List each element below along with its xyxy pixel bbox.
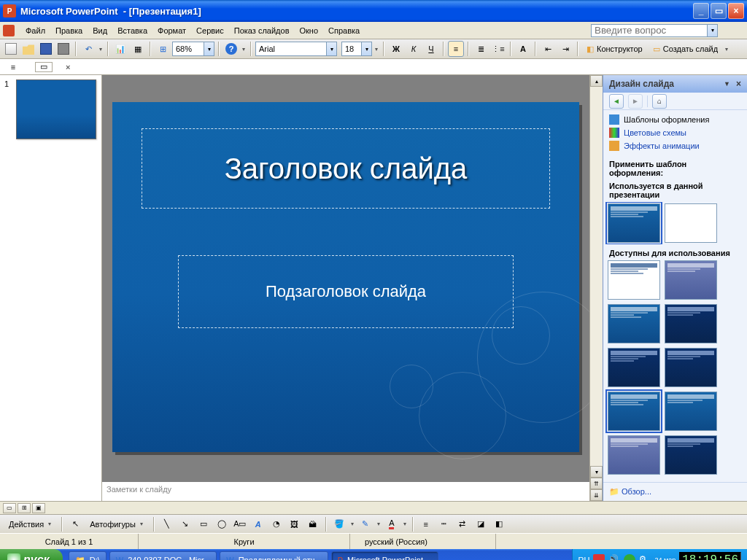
font-size-combo[interactable]: ▾ xyxy=(341,42,372,56)
arrow-style-button[interactable]: ⇄ xyxy=(454,516,471,532)
font-size-input[interactable] xyxy=(342,44,361,53)
prev-slide-button[interactable]: ⇈ xyxy=(590,478,603,489)
taskbar-item-3[interactable]: WПреддипломный отч... xyxy=(220,551,328,560)
zoom-input[interactable] xyxy=(173,44,204,53)
subtitle-placeholder[interactable]: Подзаголовок слайда xyxy=(178,255,514,328)
dash-style-button[interactable]: ┉ xyxy=(436,516,452,532)
template-10[interactable] xyxy=(665,435,717,475)
menu-view[interactable]: Вид xyxy=(88,24,112,37)
fill-color-dropdown[interactable]: ▾ xyxy=(349,521,355,527)
sorter-view-button[interactable]: ⊞ xyxy=(18,503,31,513)
decrease-indent-button[interactable]: ⇤ xyxy=(540,41,556,57)
wordart-button[interactable]: A xyxy=(250,516,266,532)
line-color-button[interactable]: ✎ xyxy=(357,516,374,532)
increase-font-button[interactable]: A xyxy=(515,41,531,57)
animation-schemes-link[interactable]: Эффекты анимации xyxy=(609,141,741,151)
bullet-list-button[interactable]: ⋮≡ xyxy=(490,41,506,57)
font-color-dropdown[interactable]: ▾ xyxy=(402,521,408,527)
window-maximize-button[interactable]: ▭ xyxy=(711,3,727,19)
picture-button[interactable]: 🏔 xyxy=(305,516,321,532)
menu-window[interactable]: Окно xyxy=(295,24,324,37)
print-button[interactable] xyxy=(55,41,71,57)
template-2[interactable] xyxy=(665,260,717,300)
template-4[interactable] xyxy=(665,304,717,343)
diagram-button[interactable]: ◔ xyxy=(268,516,285,532)
undo-button[interactable]: ↶ xyxy=(80,41,96,57)
font-size-dropdown[interactable]: ▾ xyxy=(361,42,371,55)
italic-button[interactable]: К xyxy=(406,41,422,57)
normal-view-button[interactable]: ▭ xyxy=(3,503,16,513)
table-button[interactable]: ▦ xyxy=(130,41,146,57)
menu-help[interactable]: Справка xyxy=(323,24,365,37)
start-button[interactable]: пуск xyxy=(0,549,63,560)
arrow-button[interactable]: ↘ xyxy=(177,516,193,532)
tray-icon-3[interactable] xyxy=(624,554,635,560)
menu-insert[interactable]: Вставка xyxy=(112,24,152,37)
design-templates-link[interactable]: Шаблоны оформления xyxy=(609,114,741,125)
3d-button[interactable]: ◧ xyxy=(491,516,507,532)
menu-tools[interactable]: Сервис xyxy=(191,24,229,37)
line-style-button[interactable]: ≡ xyxy=(418,516,434,532)
slides-tab[interactable]: ▭ xyxy=(35,62,53,72)
font-dropdown[interactable]: ▾ xyxy=(326,42,336,55)
zoom-dropdown[interactable]: ▾ xyxy=(204,42,214,55)
help-button[interactable]: ? xyxy=(223,41,239,57)
tray-language[interactable]: RU xyxy=(578,556,590,560)
help-ask-input[interactable] xyxy=(591,24,708,37)
line-color-dropdown[interactable]: ▾ xyxy=(376,521,382,527)
zoom-combo[interactable]: ▾ xyxy=(172,42,214,56)
select-objects-button[interactable]: ↖ xyxy=(67,516,83,532)
template-6[interactable] xyxy=(665,348,717,387)
chart-button[interactable]: 📊 xyxy=(112,41,128,57)
scroll-track[interactable] xyxy=(590,87,603,466)
textbox-button[interactable]: A▭ xyxy=(232,516,248,532)
slide-design-button[interactable]: ◧Конструктор xyxy=(582,41,647,57)
task-pane-close[interactable]: × xyxy=(736,79,741,89)
outline-tab[interactable]: ≡ xyxy=(4,62,22,72)
numbered-list-button[interactable]: ≣ xyxy=(473,41,489,57)
font-color-button[interactable]: A xyxy=(384,516,400,532)
notes-pane[interactable]: Заметки к слайду xyxy=(102,479,589,501)
tray-clock[interactable]: 18:19:56 xyxy=(679,552,741,560)
increase-indent-button[interactable]: ⇥ xyxy=(557,41,573,57)
thumbnail-1[interactable]: 1 xyxy=(4,79,97,139)
taskbar-item-2[interactable]: W240-0307.DOC - Micr... xyxy=(109,551,217,560)
title-placeholder[interactable]: Заголовок слайда xyxy=(142,128,550,209)
tray-icon-4[interactable]: ⚙ xyxy=(639,554,651,560)
template-8[interactable] xyxy=(665,392,717,431)
format-overflow[interactable]: ▾ xyxy=(724,46,729,52)
thumbnail-preview[interactable] xyxy=(16,79,96,139)
draw-actions-menu[interactable]: Действия ▾ xyxy=(4,516,57,532)
tray-icon-1[interactable] xyxy=(593,554,605,560)
font-combo[interactable]: ▾ xyxy=(255,42,337,56)
fill-color-button[interactable]: 🪣 xyxy=(331,516,347,532)
font-input[interactable] xyxy=(256,44,326,53)
slide-canvas[interactable]: Заголовок слайда Подзаголовок слайда xyxy=(102,75,589,479)
shadow-button[interactable]: ◪ xyxy=(473,516,489,532)
vertical-scrollbar[interactable]: ▴ ▾ ⇈ ⇊ xyxy=(589,75,603,501)
new-slide-button[interactable]: ▭Создать слайд xyxy=(649,41,722,57)
undo-dropdown[interactable]: ▾ xyxy=(98,46,104,52)
new-button[interactable] xyxy=(3,41,19,57)
save-button[interactable] xyxy=(38,41,54,57)
task-pane-menu[interactable]: ▼ xyxy=(724,80,730,88)
task-pane-home[interactable]: ⌂ xyxy=(652,94,667,109)
menu-slideshow[interactable]: Показ слайдов xyxy=(229,24,295,37)
window-minimize-button[interactable]: _ xyxy=(693,3,709,19)
oval-button[interactable]: ◯ xyxy=(214,516,230,532)
taskbar-item-4[interactable]: PMicrosoft PowerPoint ... xyxy=(331,551,439,560)
tabs-close-button[interactable]: × xyxy=(66,63,70,71)
template-1[interactable] xyxy=(608,260,660,300)
template-5[interactable] xyxy=(608,348,660,387)
toolbar-overflow[interactable]: ▾ xyxy=(241,46,247,52)
scroll-up-button[interactable]: ▴ xyxy=(590,75,603,87)
align-left-button[interactable]: ≡ xyxy=(448,41,464,57)
slide[interactable]: Заголовок слайда Подзаголовок слайда xyxy=(112,102,579,452)
template-7[interactable] xyxy=(608,392,660,431)
app-menu-icon[interactable] xyxy=(3,25,15,36)
grid-button[interactable]: ⊞ xyxy=(155,41,171,57)
tray-icon-2[interactable]: 🔊 xyxy=(608,554,620,560)
font-size-overflow[interactable]: ▾ xyxy=(374,46,379,52)
browse-link[interactable]: 📁 Обзор... xyxy=(609,487,651,496)
autoshapes-menu[interactable]: Автофигуры ▾ xyxy=(85,516,149,532)
